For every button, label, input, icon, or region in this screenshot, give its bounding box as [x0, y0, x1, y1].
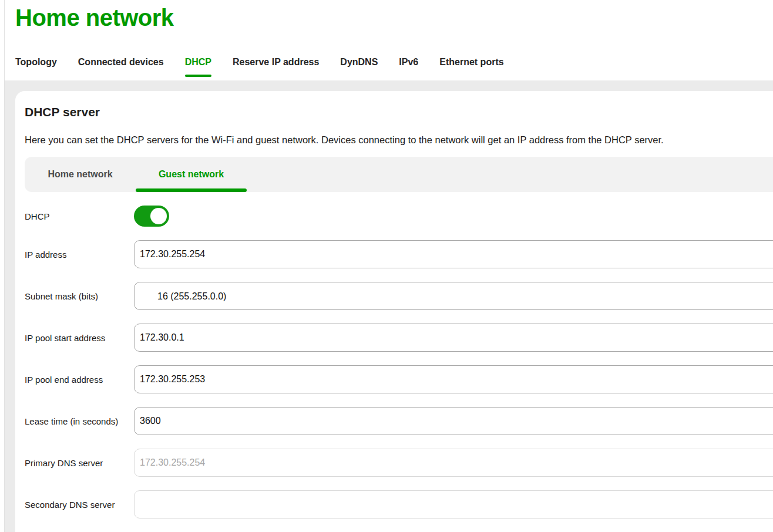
ip-pool-start-input[interactable] — [134, 324, 773, 352]
main-tab-bar: Topology Connected devices DHCP Reserve … — [15, 57, 504, 77]
dhcp-toggle[interactable] — [134, 206, 169, 227]
dhcp-server-card: DHCP server Here you can set the DHCP se… — [15, 91, 773, 532]
ip-pool-start-label: IP pool start address — [25, 333, 134, 343]
lease-time-row: Lease time (in seconds) — [25, 407, 773, 435]
ip-address-input[interactable] — [134, 240, 773, 268]
toggle-knob-icon — [150, 208, 167, 224]
tab-ethernet-ports[interactable]: Ethernet ports — [439, 57, 503, 77]
tab-connected-devices[interactable]: Connected devices — [78, 57, 164, 77]
secondary-dns-input[interactable] — [134, 490, 773, 518]
card-heading: DHCP server — [25, 105, 773, 119]
tab-reserve-ip-address[interactable]: Reserve IP address — [233, 57, 319, 77]
lease-time-input[interactable] — [134, 407, 773, 435]
content-background: DHCP server Here you can set the DHCP se… — [5, 80, 773, 532]
tab-dyndns[interactable]: DynDNS — [340, 57, 378, 77]
primary-dns-row: Primary DNS server — [25, 449, 773, 477]
ip-address-row: IP address — [25, 240, 773, 268]
ip-pool-end-input[interactable] — [134, 365, 773, 393]
network-subtab-bar: Home network Guest network — [25, 157, 773, 192]
tab-ipv6[interactable]: IPv6 — [399, 57, 418, 77]
ip-address-label: IP address — [25, 250, 134, 260]
ip-pool-start-row: IP pool start address — [25, 324, 773, 352]
ip-pool-end-row: IP pool end address — [25, 365, 773, 393]
secondary-dns-row: Secondary DNS server — [25, 490, 773, 518]
lease-time-label: Lease time (in seconds) — [25, 416, 134, 426]
dhcp-toggle-label: DHCP — [25, 211, 134, 221]
secondary-dns-label: Secondary DNS server — [25, 500, 134, 510]
tab-topology[interactable]: Topology — [15, 57, 57, 77]
subnet-mask-label: Subnet mask (bits) — [25, 291, 134, 301]
page-title: Home network — [15, 5, 174, 31]
primary-dns-label: Primary DNS server — [25, 458, 134, 468]
primary-dns-input[interactable] — [134, 449, 773, 477]
card-description: Here you can set the DHCP servers for th… — [25, 134, 773, 146]
subtab-home-network[interactable]: Home network — [25, 157, 136, 192]
dhcp-toggle-row: DHCP — [25, 206, 773, 227]
ip-pool-end-label: IP pool end address — [25, 375, 134, 385]
subnet-mask-row: Subnet mask (bits) 16 (255.255.0.0) — [25, 282, 773, 310]
page-left-border — [4, 0, 5, 532]
tab-dhcp[interactable]: DHCP — [185, 57, 211, 77]
subtab-guest-network[interactable]: Guest network — [136, 157, 247, 192]
subnet-mask-select[interactable]: 16 (255.255.0.0) — [134, 282, 773, 310]
